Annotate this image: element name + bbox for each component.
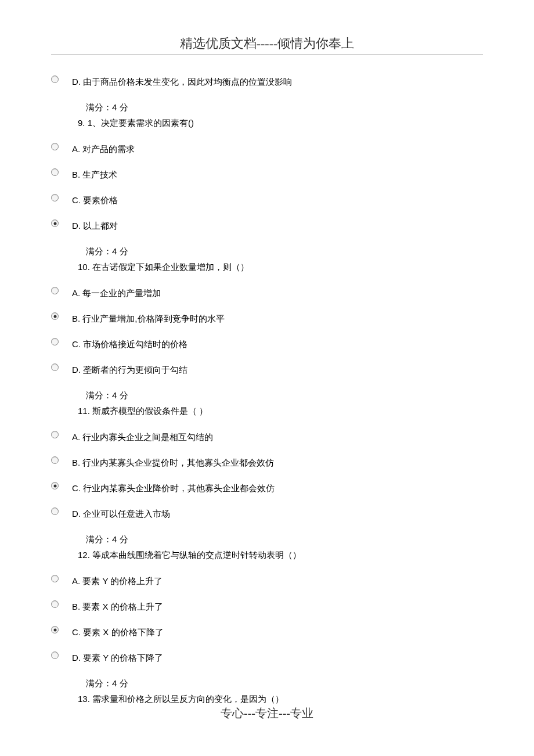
radio-icon[interactable] [51, 143, 59, 150]
q10-option-b-row: B. 行业产量增加,价格降到竞争时的水平 [51, 311, 483, 326]
q11-option-d-row: D. 企业可以任意进入市场 [51, 506, 483, 521]
q10-option-b-text: B. 行业产量增加,价格降到竞争时的水平 [72, 311, 483, 326]
question-12-block: A. 要素 Y 的价格上升了 B. 要素 X 的价格上升了 C. 要素 X 的价… [51, 573, 483, 707]
q9-score: 满分：4 分 [86, 243, 483, 259]
page-footer: 专心---专注---专业 [0, 705, 534, 721]
q12-prompt: 12. 等成本曲线围绕着它与纵轴的交点逆时针转动表明（） [78, 547, 483, 563]
q12-option-b-row: B. 要素 X 的价格上升了 [51, 599, 483, 614]
page-header-title: 精选优质文档-----倾情为你奉上 [51, 35, 483, 52]
question-11-block: A. 行业内寡头企业之间是相互勾结的 B. 行业内某寡头企业提价时，其他寡头企业… [51, 429, 483, 563]
q13-prompt: 13. 需求量和价格之所以呈反方向的变化，是因为（） [78, 691, 483, 707]
q12-option-b-text: B. 要素 X 的价格上升了 [72, 599, 483, 614]
q12-option-c-text: C. 要素 X 的价格下降了 [72, 624, 483, 639]
q9-option-d-text: D. 以上都对 [72, 218, 483, 233]
q11-option-d-text: D. 企业可以任意进入市场 [72, 506, 483, 521]
q11-option-a-row: A. 行业内寡头企业之间是相互勾结的 [51, 429, 483, 444]
question-10-block: A. 每一企业的产量增加 B. 行业产量增加,价格降到竞争时的水平 C. 市场价… [51, 285, 483, 419]
q8-score: 满分：4 分 [86, 99, 483, 115]
radio-icon[interactable] [51, 363, 59, 371]
q9-option-a-row: A. 对产品的需求 [51, 141, 483, 156]
q10-option-d-text: D. 垄断者的行为更倾向于勾结 [72, 362, 483, 377]
q10-option-c-row: C. 市场价格接近勾结时的价格 [51, 336, 483, 351]
q12-option-d-row: D. 要素 Y 的价格下降了 [51, 650, 483, 665]
q12-score: 满分：4 分 [86, 675, 483, 691]
q11-option-b-row: B. 行业内某寡头企业提价时，其他寡头企业都会效仿 [51, 455, 483, 470]
q11-prompt: 11. 斯威齐模型的假设条件是（ ） [78, 403, 483, 419]
q11-option-c-text: C. 行业内某寡头企业降价时，其他寡头企业都会效仿 [72, 480, 483, 495]
radio-icon-selected[interactable] [51, 219, 59, 227]
q11-option-c-row: C. 行业内某寡头企业降价时，其他寡头企业都会效仿 [51, 480, 483, 495]
radio-icon[interactable] [51, 338, 59, 345]
radio-icon[interactable] [51, 575, 59, 582]
q10-option-c-text: C. 市场价格接近勾结时的价格 [72, 336, 483, 351]
header-divider [51, 55, 483, 55]
question-8-block: D. 由于商品价格未发生变化，因此对均衡点的位置没影响 满分：4 分 9. 1、… [51, 74, 483, 131]
q9-option-c-row: C. 要素价格 [51, 192, 483, 207]
q12-option-a-text: A. 要素 Y 的价格上升了 [72, 573, 483, 588]
q9-prompt: 9. 1、决定要素需求的因素有() [78, 115, 483, 131]
q10-option-a-text: A. 每一企业的产量增加 [72, 285, 483, 300]
q10-option-a-row: A. 每一企业的产量增加 [51, 285, 483, 300]
radio-icon[interactable] [51, 651, 59, 659]
page-container: 精选优质文档-----倾情为你奉上 D. 由于商品价格未发生变化，因此对均衡点的… [0, 0, 534, 730]
radio-icon[interactable] [51, 600, 59, 608]
content-area: D. 由于商品价格未发生变化，因此对均衡点的位置没影响 满分：4 分 9. 1、… [51, 74, 483, 707]
q8-option-d-text: D. 由于商品价格未发生变化，因此对均衡点的位置没影响 [72, 74, 483, 89]
q9-option-c-text: C. 要素价格 [72, 192, 483, 207]
q9-option-b-row: B. 生产技术 [51, 167, 483, 182]
radio-icon-selected[interactable] [51, 482, 59, 489]
q11-option-b-text: B. 行业内某寡头企业提价时，其他寡头企业都会效仿 [72, 455, 483, 470]
q10-option-d-row: D. 垄断者的行为更倾向于勾结 [51, 362, 483, 377]
question-9-block: A. 对产品的需求 B. 生产技术 C. 要素价格 D. 以上都对 满分：4 分… [51, 141, 483, 275]
q10-prompt: 10. 在古诺假定下如果企业数量增加，则（） [78, 259, 483, 275]
q12-option-a-row: A. 要素 Y 的价格上升了 [51, 573, 483, 588]
radio-icon[interactable] [51, 507, 59, 515]
q12-option-d-text: D. 要素 Y 的价格下降了 [72, 650, 483, 665]
q9-option-d-row: D. 以上都对 [51, 218, 483, 233]
radio-icon[interactable] [51, 431, 59, 438]
q8-option-d-row: D. 由于商品价格未发生变化，因此对均衡点的位置没影响 [51, 74, 483, 89]
q11-score: 满分：4 分 [86, 531, 483, 547]
radio-icon-selected[interactable] [51, 312, 59, 320]
q12-option-c-row: C. 要素 X 的价格下降了 [51, 624, 483, 639]
radio-icon[interactable] [51, 168, 59, 176]
radio-icon[interactable] [51, 456, 59, 464]
radio-icon-selected[interactable] [51, 626, 59, 633]
q10-score: 满分：4 分 [86, 387, 483, 403]
radio-icon[interactable] [51, 194, 59, 201]
q9-option-a-text: A. 对产品的需求 [72, 141, 483, 156]
radio-icon[interactable] [51, 75, 59, 83]
q11-option-a-text: A. 行业内寡头企业之间是相互勾结的 [72, 429, 483, 444]
radio-icon[interactable] [51, 287, 59, 294]
q9-option-b-text: B. 生产技术 [72, 167, 483, 182]
